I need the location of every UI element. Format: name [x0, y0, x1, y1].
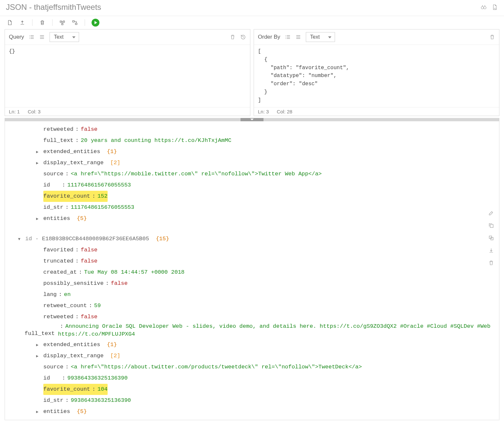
toggle-icon[interactable]: ▶: [36, 408, 41, 416]
orderby-editor[interactable]: [ { "path": "favorite_count", "datatype"…: [254, 45, 499, 107]
tree-row[interactable]: ▶ retweet_count:59: [5, 300, 499, 311]
tree-row[interactable]: ▶ retweeted:false: [5, 124, 499, 135]
tree-row[interactable]: ▶ favorited:false: [5, 245, 499, 256]
tree-row[interactable]: ▶ favorite_count:152: [5, 191, 499, 202]
toolbar-divider: [85, 19, 85, 26]
svg-rect-3: [60, 21, 62, 23]
svg-rect-7: [75, 23, 77, 25]
toggle-icon[interactable]: ▶: [36, 215, 41, 223]
query-editor[interactable]: {}: [5, 45, 250, 107]
duplicate-icon[interactable]: [488, 235, 494, 241]
tree-row[interactable]: ▶ lang:en: [5, 289, 499, 300]
upload-icon[interactable]: [19, 19, 26, 26]
record-actions: [488, 210, 494, 266]
trash-icon[interactable]: [488, 260, 494, 266]
list-icon[interactable]: [295, 34, 301, 40]
svg-rect-4: [63, 21, 65, 23]
toolbar-group-file: [7, 19, 26, 26]
relations-icon[interactable]: [72, 19, 78, 26]
tree-row[interactable]: ▶ extended_entities {1}: [5, 339, 499, 350]
svg-rect-5: [62, 23, 63, 25]
toggle-icon[interactable]: ▶: [36, 159, 41, 167]
toggle-icon[interactable]: ▶: [36, 341, 41, 349]
orderby-line-status: Ln: 3: [258, 109, 269, 114]
tree-row[interactable]: ▶ entities {5}: [5, 213, 499, 224]
query-format-dropdown[interactable]: Text: [50, 32, 79, 42]
query-panel-title: Query: [9, 34, 24, 40]
toolbar-divider: [32, 19, 32, 26]
tree-row[interactable]: ▶ id_str:993864336325136390: [5, 395, 499, 406]
toolbar-group-view: [59, 19, 78, 26]
orderby-format-dropdown[interactable]: Text: [306, 32, 335, 42]
tree-row[interactable]: ▶ id_str:1117648615676055553: [5, 202, 499, 213]
diagram-icon[interactable]: [59, 19, 66, 26]
trash-icon[interactable]: [489, 34, 495, 40]
query-panel-status: Ln: 1 Col: 3: [5, 107, 250, 116]
tree-row-fulltext[interactable]: full_text :Announcing Oracle SQL Develop…: [5, 323, 499, 339]
download-icon[interactable]: [488, 247, 494, 254]
tree-row[interactable]: ▶ entities {5}: [5, 406, 499, 417]
tree-row[interactable]: ▶ id :993864336325136390: [5, 373, 499, 384]
list-icon[interactable]: [39, 34, 45, 40]
toolbar-group-run: [92, 19, 99, 27]
edit-icon[interactable]: [488, 210, 494, 216]
sql-file-icon[interactable]: SQL: [492, 4, 498, 10]
orderby-col-status: Col: 28: [277, 109, 292, 114]
tree-row[interactable]: ▶ created_at:Tue May 08 14:44:57 +0000 2…: [5, 267, 499, 278]
new-document-icon[interactable]: [7, 19, 13, 26]
toolbar-divider: [52, 19, 52, 26]
trash-icon[interactable]: [39, 19, 46, 26]
main-toolbar: [0, 16, 504, 29]
orderby-panel: Order By Text [ { "path": "favorite_coun…: [254, 29, 499, 116]
tree-row[interactable]: ▶ full_text:20 years and counting https:…: [5, 135, 499, 146]
tree-row[interactable]: ▶ favorite_count:104: [5, 384, 499, 395]
tree-row[interactable]: ▶ id :1117648615676055553: [5, 180, 499, 191]
record-id-label: id - E18B93B9CCB4480089B62F36EE6A5B05 {1…: [25, 233, 169, 245]
tree-row[interactable]: ▶ extended_entities {1}: [5, 146, 499, 157]
toggle-icon[interactable]: ▶: [36, 352, 41, 360]
query-line-status: Ln: 1: [9, 109, 20, 114]
svg-rect-9: [489, 236, 492, 239]
header-actions: SQL: [480, 4, 498, 10]
orderby-panel-title: Order By: [258, 34, 280, 40]
orderby-panel-head: Order By Text: [254, 29, 499, 45]
expand-list-icon[interactable]: [29, 34, 34, 40]
tree-row[interactable]: ▶ source:<a href=\"https://about.twitter…: [5, 362, 499, 373]
tree-row[interactable]: ▶ truncated:false: [5, 256, 499, 267]
query-panel-head: Query Text: [5, 29, 250, 45]
toolbar-group-delete: [39, 19, 46, 26]
tree-row[interactable]: ▶ display_text_range [2]: [5, 350, 499, 362]
orderby-panel-status: Ln: 3 Col: 28: [254, 107, 499, 116]
history-icon[interactable]: [240, 34, 246, 40]
editor-panels: Query Text {} Ln: 1 Col: 3: [0, 29, 504, 118]
svg-text:SQL: SQL: [494, 8, 497, 10]
svg-rect-8: [490, 225, 493, 227]
svg-rect-10: [491, 237, 494, 240]
toggle-icon[interactable]: ▼: [18, 235, 23, 243]
splitter-handle[interactable]: [241, 118, 263, 121]
svg-rect-6: [73, 21, 74, 22]
trash-icon[interactable]: [230, 34, 236, 40]
tree-row[interactable]: ▶ retweeted:false: [5, 311, 499, 323]
page-header: JSON - thatjeffsmithTweets SQL: [0, 0, 504, 16]
tree-row[interactable]: ▶ display_text_range [2]: [5, 157, 499, 168]
tree-row[interactable]: ▶ source:<a href=\"https://mobile.twitte…: [5, 168, 499, 180]
query-col-status: Col: 3: [28, 109, 40, 114]
json-tree: ▶ retweeted:false ▶ full_text:20 years a…: [5, 124, 499, 417]
page-title: JSON - thatjeffsmithTweets: [6, 3, 101, 12]
svg-point-0: [481, 7, 484, 9]
svg-point-1: [484, 7, 486, 9]
horizontal-splitter[interactable]: [5, 118, 499, 121]
binoculars-icon[interactable]: [480, 4, 487, 10]
tree-row[interactable]: ▶ possibly_sensitive:false: [5, 278, 499, 289]
run-button[interactable]: [92, 19, 99, 27]
query-panel: Query Text {} Ln: 1 Col: 3: [5, 29, 250, 116]
toggle-icon[interactable]: ▶: [36, 148, 41, 156]
results-panel: ▶ retweeted:false ▶ full_text:20 years a…: [5, 121, 499, 420]
expand-list-icon[interactable]: [285, 34, 291, 40]
copy-icon[interactable]: [488, 222, 494, 229]
tree-record-header[interactable]: ▼ id - E18B93B9CCB4480089B62F36EE6A5B05 …: [5, 233, 499, 245]
